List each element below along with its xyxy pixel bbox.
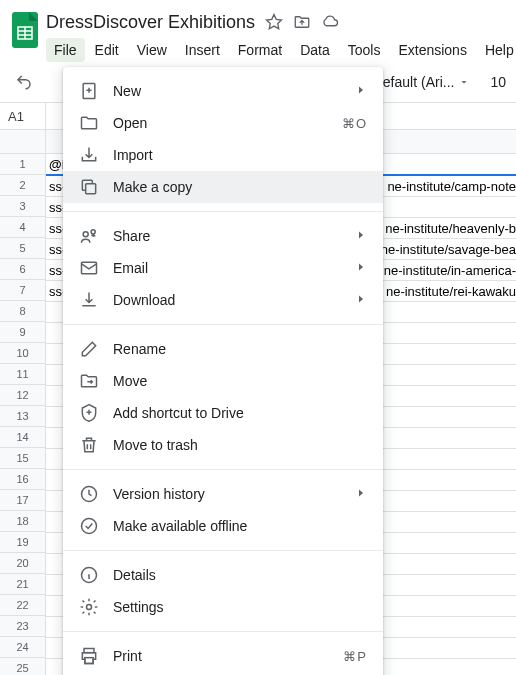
trash-icon (79, 435, 99, 455)
menu-settings[interactable]: Settings (63, 591, 383, 623)
menubar: File Edit View Insert Format Data Tools … (46, 38, 516, 62)
menu-version-history[interactable]: Version history (63, 478, 383, 510)
star-icon[interactable] (265, 13, 283, 31)
row-header[interactable]: 10 (0, 343, 46, 364)
cell[interactable]: ne-institute/heavenly-b (385, 221, 516, 236)
cell[interactable]: ne-institute/rei-kawaku (386, 284, 516, 299)
row-header[interactable]: 14 (0, 427, 46, 448)
select-all-corner[interactable] (0, 130, 46, 154)
submenu-arrow-icon (355, 486, 367, 502)
row-header[interactable]: 4 (0, 217, 46, 238)
row-header[interactable]: 17 (0, 490, 46, 511)
share-icon (79, 226, 99, 246)
font-size-select[interactable]: 10 (482, 74, 506, 90)
menu-import[interactable]: Import (63, 139, 383, 171)
info-icon (79, 565, 99, 585)
menu-details[interactable]: Details (63, 559, 383, 591)
shortcut-label: ⌘P (343, 649, 367, 664)
row-header[interactable]: 5 (0, 238, 46, 259)
row-header[interactable]: 18 (0, 511, 46, 532)
move-icon (79, 371, 99, 391)
row-header[interactable]: 12 (0, 385, 46, 406)
download-icon (79, 290, 99, 310)
font-family-select[interactable]: Default (Ari... (367, 74, 477, 90)
undo-button[interactable] (10, 68, 38, 96)
history-icon (79, 484, 99, 504)
menu-format[interactable]: Format (230, 38, 290, 62)
menu-email[interactable]: Email (63, 252, 383, 284)
row-header[interactable]: 11 (0, 364, 46, 385)
menu-insert[interactable]: Insert (177, 38, 228, 62)
shortcut-icon (79, 403, 99, 423)
row-header[interactable]: 21 (0, 574, 46, 595)
row-header[interactable]: 7 (0, 280, 46, 301)
svg-rect-16 (85, 658, 93, 664)
menu-download[interactable]: Download (63, 284, 383, 316)
menu-view[interactable]: View (129, 38, 175, 62)
name-box[interactable]: A1 (0, 103, 46, 129)
row-header[interactable]: 20 (0, 553, 46, 574)
menu-extensions[interactable]: Extensions (390, 38, 474, 62)
menu-make-copy[interactable]: Make a copy (63, 171, 383, 203)
file-menu-dropdown: New Open ⌘O Import Make a copy Share Ema… (63, 67, 383, 675)
menu-tools[interactable]: Tools (340, 38, 389, 62)
menu-file[interactable]: File (46, 38, 85, 62)
print-icon (79, 646, 99, 666)
row-header[interactable]: 19 (0, 532, 46, 553)
menu-open[interactable]: Open ⌘O (63, 107, 383, 139)
menu-edit[interactable]: Edit (87, 38, 127, 62)
row-header[interactable]: 6 (0, 259, 46, 280)
offline-icon (79, 516, 99, 536)
submenu-arrow-icon (355, 228, 367, 244)
rename-icon (79, 339, 99, 359)
menu-print[interactable]: Print ⌘P (63, 640, 383, 672)
menu-data[interactable]: Data (292, 38, 338, 62)
row-header[interactable]: 13 (0, 406, 46, 427)
svg-point-8 (83, 232, 88, 237)
cell[interactable]: ne-institute/savage-bea (381, 242, 516, 257)
menu-add-shortcut[interactable]: Add shortcut to Drive (63, 397, 383, 429)
menu-new[interactable]: New (63, 75, 383, 107)
row-header[interactable]: 8 (0, 301, 46, 322)
new-icon (79, 81, 99, 101)
cloud-status-icon[interactable] (321, 13, 339, 31)
row-header[interactable]: 25 (0, 658, 46, 675)
menu-help[interactable]: Help (477, 38, 516, 62)
cell[interactable]: ne-institute/camp-note (387, 179, 516, 194)
menu-rename[interactable]: Rename (63, 333, 383, 365)
row-header[interactable]: 9 (0, 322, 46, 343)
row-header[interactable]: 16 (0, 469, 46, 490)
shortcut-label: ⌘O (342, 116, 367, 131)
email-icon (79, 258, 99, 278)
submenu-arrow-icon (355, 260, 367, 276)
submenu-arrow-icon (355, 292, 367, 308)
row-header[interactable]: 3 (0, 196, 46, 217)
document-title[interactable]: DressDiscover Exhibitions (46, 12, 255, 33)
menu-move-to-trash[interactable]: Move to trash (63, 429, 383, 461)
row-header[interactable]: 1 (0, 154, 46, 175)
copy-icon (79, 177, 99, 197)
row-header[interactable]: 15 (0, 448, 46, 469)
cell[interactable]: ne-institute/in-america- (384, 263, 516, 278)
svg-point-12 (82, 519, 97, 534)
submenu-arrow-icon (355, 83, 367, 99)
row-header[interactable]: 23 (0, 616, 46, 637)
svg-rect-7 (86, 184, 96, 194)
row-header[interactable]: 24 (0, 637, 46, 658)
gear-icon (79, 597, 99, 617)
row-header[interactable]: 22 (0, 595, 46, 616)
svg-marker-5 (267, 15, 282, 29)
import-icon (79, 145, 99, 165)
row-header[interactable]: 2 (0, 175, 46, 196)
folder-icon (79, 113, 99, 133)
svg-point-14 (87, 605, 92, 610)
menu-share[interactable]: Share (63, 220, 383, 252)
move-folder-icon[interactable] (293, 13, 311, 31)
menu-move[interactable]: Move (63, 365, 383, 397)
menu-make-offline[interactable]: Make available offline (63, 510, 383, 542)
font-family-label: Default (Ari... (373, 74, 455, 90)
sheets-logo[interactable] (12, 10, 38, 50)
